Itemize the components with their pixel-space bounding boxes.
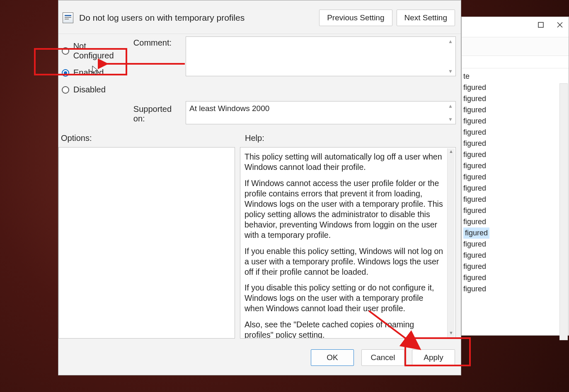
dialog-footer: OK Cancel Apply — [58, 344, 461, 372]
help-label: Help: — [245, 133, 264, 143]
help-box: This policy setting will automatically l… — [240, 147, 456, 339]
bg-state-list: te figured figured figured figured figur… — [462, 68, 569, 299]
scrollbar[interactable]: ▲▼ — [448, 103, 454, 122]
comment-label: Comment: — [133, 36, 180, 97]
supported-on-box: At least Windows 2000 ▲▼ — [186, 101, 456, 124]
help-paragraph: Also, see the "Delete cached copies of r… — [245, 319, 445, 339]
list-item[interactable]: figured — [463, 216, 569, 227]
policy-title: Do not log users on with temporary profi… — [79, 13, 313, 23]
scrollbar[interactable]: ▲▼ — [448, 39, 454, 74]
help-scrollbar[interactable]: ▲▼ — [447, 148, 455, 337]
radio-not-configured[interactable]: Not Configured — [61, 39, 128, 63]
list-item[interactable]: te — [463, 71, 569, 82]
list-item[interactable]: figured — [463, 82, 569, 93]
help-paragraph: If you disable this policy setting or do… — [245, 283, 445, 314]
radio-label: Disabled — [73, 85, 106, 94]
radio-label: Not Configured — [73, 41, 128, 60]
bg-toolbar — [462, 37, 569, 56]
list-item[interactable]: figured — [463, 227, 569, 239]
options-box — [58, 147, 235, 339]
list-item[interactable]: figured — [463, 160, 569, 172]
list-item[interactable]: figured — [463, 149, 569, 160]
maximize-icon[interactable] — [537, 21, 545, 29]
supported-on-value: At least Windows 2000 — [189, 104, 269, 113]
help-paragraph: This policy setting will automatically l… — [245, 152, 445, 172]
list-item[interactable]: figured — [463, 138, 569, 149]
list-item[interactable]: figured — [463, 283, 569, 295]
help-paragraph: If Windows cannot access the user profil… — [245, 178, 445, 240]
list-item[interactable]: figured — [463, 183, 569, 194]
policy-dialog: Do not log users on with temporary profi… — [58, 0, 461, 375]
list-item[interactable]: figured — [463, 116, 569, 127]
bg-scrollbar[interactable] — [559, 83, 568, 340]
comment-textbox[interactable]: ▲▼ — [186, 36, 456, 76]
list-item[interactable]: figured — [463, 127, 569, 138]
apply-button[interactable]: Apply — [412, 349, 455, 366]
list-item[interactable]: figured — [463, 261, 569, 272]
cancel-button[interactable]: Cancel — [361, 349, 404, 366]
radio-icon — [62, 47, 69, 55]
supported-on-label: Supported on: — [133, 101, 180, 123]
list-item[interactable]: figured — [463, 172, 569, 183]
next-setting-button[interactable]: Next Setting — [397, 10, 455, 26]
list-item[interactable]: figured — [463, 93, 569, 104]
options-label: Options: — [61, 133, 239, 143]
help-paragraph: If you enable this policy setting, Windo… — [245, 246, 445, 277]
previous-setting-button[interactable]: Previous Setting — [319, 10, 392, 26]
radio-disabled[interactable]: Disabled — [61, 82, 128, 97]
list-item[interactable]: figured — [463, 194, 569, 205]
radio-icon — [62, 86, 69, 94]
radio-icon — [62, 69, 69, 77]
state-radio-group: Not Configured Enabled Disabled — [61, 36, 128, 97]
policy-icon — [63, 12, 73, 23]
close-icon[interactable] — [556, 21, 564, 29]
bg-window-titlebar — [462, 17, 569, 37]
list-item[interactable]: figured — [463, 250, 569, 261]
svg-rect-0 — [538, 22, 543, 27]
list-item[interactable]: figured — [463, 239, 569, 250]
bg-toolbar-2 — [462, 56, 569, 68]
dialog-header: Do not log users on with temporary profi… — [58, 5, 461, 34]
list-item[interactable]: figured — [463, 205, 569, 216]
dialog-titlebar — [58, 0, 461, 5]
radio-label: Enabled — [73, 68, 104, 77]
ok-button[interactable]: OK — [311, 349, 354, 366]
radio-enabled[interactable]: Enabled — [61, 65, 128, 80]
background-window: te figured figured figured figured figur… — [461, 17, 569, 336]
list-item[interactable]: figured — [463, 104, 569, 116]
list-item[interactable]: figured — [463, 272, 569, 283]
